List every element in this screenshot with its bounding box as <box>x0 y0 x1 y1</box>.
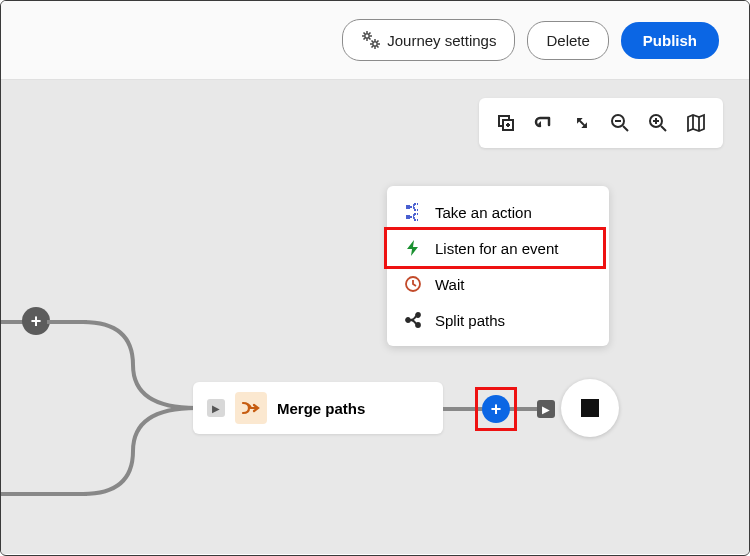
menu-take-action-label: Take an action <box>435 204 532 221</box>
edge <box>47 320 87 324</box>
zoom-out-icon[interactable] <box>605 108 635 138</box>
svg-rect-7 <box>406 215 410 219</box>
split-icon <box>403 310 423 330</box>
delete-label: Delete <box>546 32 589 49</box>
journey-canvas[interactable]: + ▶ Merge paths + ▶ Take an action L <box>1 80 749 554</box>
journey-settings-label: Journey settings <box>387 32 496 49</box>
edge <box>1 492 87 496</box>
collapse-icon[interactable] <box>567 108 597 138</box>
edge <box>509 407 539 411</box>
publish-button[interactable]: Publish <box>621 22 719 59</box>
edge <box>1 320 24 324</box>
add-step-button[interactable]: + <box>482 395 510 423</box>
merge-paths-node[interactable]: ▶ Merge paths <box>193 382 443 434</box>
journey-settings-button[interactable]: Journey settings <box>342 19 515 61</box>
svg-point-9 <box>406 318 410 322</box>
merge-icon <box>235 392 267 424</box>
zoom-in-icon[interactable] <box>643 108 673 138</box>
svg-rect-6 <box>406 205 410 209</box>
chevron-right-icon: ▶ <box>207 399 225 417</box>
menu-take-action[interactable]: Take an action <box>387 194 609 230</box>
merge-paths-label: Merge paths <box>277 400 365 417</box>
stop-icon <box>581 399 599 417</box>
menu-wait-label: Wait <box>435 276 464 293</box>
edge-curve <box>83 406 203 498</box>
lightning-icon <box>403 238 423 258</box>
map-icon[interactable] <box>681 108 711 138</box>
canvas-toolbar <box>479 98 723 148</box>
svg-point-1 <box>373 42 377 46</box>
menu-listen-event[interactable]: Listen for an event <box>384 227 606 269</box>
undo-icon[interactable] <box>529 108 559 138</box>
edge <box>443 407 485 411</box>
add-step-menu: Take an action Listen for an event Wait … <box>387 186 609 346</box>
svg-point-0 <box>365 34 369 38</box>
top-toolbar: Journey settings Delete Publish <box>1 1 749 80</box>
menu-split-paths-label: Split paths <box>435 312 505 329</box>
publish-label: Publish <box>643 32 697 49</box>
gears-icon <box>361 30 381 50</box>
add-node-button[interactable]: + <box>22 307 50 335</box>
menu-listen-event-label: Listen for an event <box>435 240 558 257</box>
menu-split-paths[interactable]: Split paths <box>387 302 609 338</box>
clock-icon <box>403 274 423 294</box>
chevron-right-icon: ▶ <box>537 400 555 418</box>
end-node[interactable] <box>561 379 619 437</box>
menu-wait[interactable]: Wait <box>387 266 609 302</box>
delete-button[interactable]: Delete <box>527 21 608 60</box>
action-icon <box>403 202 423 222</box>
duplicate-icon[interactable] <box>491 108 521 138</box>
